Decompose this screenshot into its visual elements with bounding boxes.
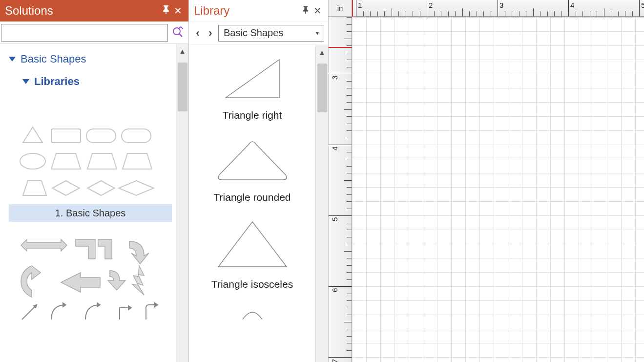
ruler-tick bbox=[455, 11, 456, 16]
scroll-thumb[interactable] bbox=[317, 64, 327, 112]
shape-triangle-right[interactable]: Triangle right bbox=[189, 54, 315, 121]
svg-marker-10 bbox=[23, 181, 46, 195]
ruler-tick bbox=[540, 11, 540, 16]
ruler-tick bbox=[483, 11, 484, 16]
selected-library-label: 1. Basic Shapes bbox=[9, 204, 172, 222]
pin-icon[interactable] bbox=[160, 5, 172, 17]
library-panel: Library ✕ ‹ › Basic Shapes ▾ Triangle ri… bbox=[189, 0, 329, 362]
ruler-tick bbox=[434, 11, 435, 16]
scroll-up-icon[interactable]: ▴ bbox=[176, 46, 188, 57]
ruler-tick bbox=[554, 11, 555, 16]
drawing-canvas[interactable] bbox=[352, 17, 644, 362]
ruler-tick bbox=[347, 279, 352, 280]
pin-icon[interactable] bbox=[300, 5, 312, 16]
partial-shape-icon bbox=[213, 305, 291, 319]
ruler-label: 2 bbox=[429, 1, 433, 9]
tree-label: Libraries bbox=[34, 75, 80, 88]
vertical-ruler[interactable]: 34567 bbox=[329, 17, 352, 362]
svg-marker-20 bbox=[128, 306, 131, 310]
ruler-label: 3 bbox=[331, 76, 339, 80]
ruler-tick bbox=[498, 0, 498, 16]
preview-shapes-icon bbox=[17, 107, 164, 200]
library-preview-basic-shapes[interactable]: 1. Basic Shapes bbox=[9, 107, 172, 324]
ruler-label: 5 bbox=[641, 1, 644, 9]
ruler-tick bbox=[477, 11, 477, 16]
ruler-tick bbox=[347, 308, 352, 308]
ruler-tick bbox=[347, 173, 352, 173]
scroll-up-icon[interactable]: ▴ bbox=[316, 47, 328, 58]
ruler-tick bbox=[344, 251, 352, 252]
svg-marker-13 bbox=[119, 181, 154, 195]
ruler-tick bbox=[329, 286, 352, 287]
tree-item-libraries[interactable]: Libraries bbox=[22, 75, 172, 88]
chevron-down-icon: ▾ bbox=[316, 30, 319, 37]
ruler-tick bbox=[347, 159, 352, 159]
ruler-tick bbox=[329, 74, 352, 74]
scroll-thumb[interactable] bbox=[178, 63, 187, 111]
horizontal-ruler[interactable]: 12345 bbox=[352, 0, 644, 17]
search-input[interactable] bbox=[1, 24, 168, 42]
app-root: Solutions ✕ Basic Shapes bbox=[0, 0, 644, 362]
prev-button[interactable]: ‹ bbox=[193, 27, 203, 40]
caret-down-icon bbox=[9, 57, 16, 62]
ruler-tick bbox=[347, 187, 352, 188]
library-scrollbar[interactable]: ▴ bbox=[315, 45, 328, 362]
svg-marker-12 bbox=[87, 181, 115, 195]
ruler-tick bbox=[632, 11, 633, 16]
ruler-label: 1 bbox=[358, 1, 362, 9]
solutions-header: Solutions ✕ bbox=[0, 0, 188, 21]
svg-rect-5 bbox=[122, 129, 151, 143]
ruler-tick bbox=[413, 11, 413, 16]
triangle-rounded-icon bbox=[213, 136, 291, 185]
svg-rect-4 bbox=[86, 129, 116, 143]
ruler-tick bbox=[347, 17, 352, 18]
close-icon[interactable]: ✕ bbox=[172, 5, 184, 17]
ruler-tick bbox=[347, 138, 352, 138]
ruler-tick bbox=[347, 67, 352, 67]
ruler-tick bbox=[347, 223, 352, 223]
ruler-unit-label[interactable]: in bbox=[329, 0, 352, 17]
library-toolbar: ‹ › Basic Shapes ▾ bbox=[189, 21, 328, 45]
shape-partial[interactable] bbox=[189, 305, 315, 319]
tree-item-basic-shapes[interactable]: Basic Shapes bbox=[9, 53, 172, 65]
ruler-tick bbox=[344, 180, 352, 181]
next-button[interactable]: › bbox=[206, 27, 215, 40]
close-icon[interactable]: ✕ bbox=[312, 5, 323, 17]
ruler-tick bbox=[329, 357, 352, 358]
ruler-tick bbox=[344, 109, 352, 110]
ruler-tick bbox=[347, 294, 352, 294]
svg-marker-16 bbox=[132, 266, 144, 295]
svg-marker-11 bbox=[52, 181, 80, 195]
ruler-tick bbox=[347, 230, 352, 230]
ruler-tick bbox=[347, 60, 352, 60]
caret-down-icon bbox=[22, 79, 29, 84]
ruler-label: 6 bbox=[331, 288, 339, 292]
ruler-tick bbox=[347, 244, 352, 244]
ruler-tick bbox=[347, 237, 352, 237]
ruler-tick bbox=[347, 45, 352, 46]
canvas-area: in 12345 34567 bbox=[329, 0, 644, 362]
ruler-tick bbox=[618, 11, 619, 16]
search-row bbox=[0, 21, 188, 44]
ruler-tick bbox=[526, 11, 526, 16]
shape-triangle-rounded[interactable]: Triangle rounded bbox=[189, 136, 315, 203]
svg-marker-14 bbox=[21, 239, 67, 251]
ruler-tick bbox=[420, 11, 420, 16]
svg-marker-19 bbox=[97, 303, 100, 307]
solutions-title: Solutions bbox=[5, 4, 160, 18]
solutions-body: Basic Shapes Libraries bbox=[0, 44, 188, 362]
ruler-tick bbox=[611, 11, 611, 16]
library-dropdown[interactable]: Basic Shapes ▾ bbox=[218, 25, 324, 42]
shape-triangle-isosceles[interactable]: Triangle isosceles bbox=[189, 218, 315, 290]
ruler-tick bbox=[547, 11, 548, 16]
ruler-tick bbox=[392, 8, 392, 16]
solutions-scrollbar[interactable]: ▴ bbox=[176, 44, 188, 362]
ruler-tick bbox=[384, 11, 385, 16]
search-button[interactable] bbox=[168, 24, 188, 42]
ruler-tick bbox=[370, 11, 371, 16]
svg-rect-3 bbox=[51, 129, 81, 143]
svg-marker-22 bbox=[226, 60, 279, 98]
ruler-tick bbox=[561, 11, 562, 16]
ruler-tick bbox=[347, 95, 352, 96]
ruler-label: 4 bbox=[331, 147, 339, 150]
